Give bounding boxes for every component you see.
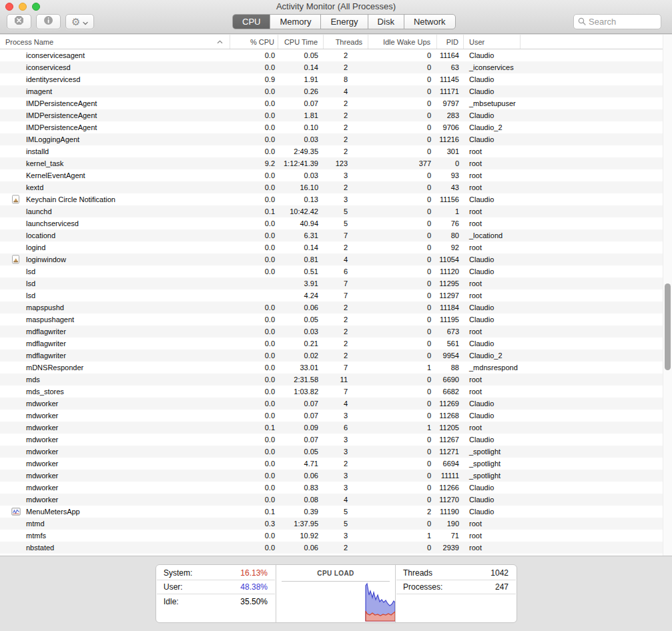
process-icon: [11, 351, 21, 360]
idle-wake-ups-cell: 0: [368, 446, 437, 458]
process-name: mDNSResponder: [26, 364, 83, 372]
cpu-time-cell: 33.01: [278, 362, 324, 374]
threads-cell: 4: [324, 398, 368, 410]
close-window-button[interactable]: [5, 3, 13, 11]
table-row[interactable]: mds 0.0 2:31.58 11 0 6690 root: [0, 374, 672, 386]
cpu-percent-cell: 0.3: [230, 518, 278, 530]
column-header-cpu-time[interactable]: CPU Time: [278, 35, 324, 49]
user-cell: _spotlight: [464, 446, 521, 458]
vertical-scrollbar[interactable]: [663, 35, 672, 556]
table-row[interactable]: mdworker 0.0 0.07 4 0 11269 Claudio: [0, 398, 672, 410]
tab-cpu[interactable]: CPU: [233, 15, 270, 29]
table-row[interactable]: kernel_task 9.2 1:12:41.39 123 377 0 roo…: [0, 157, 672, 169]
table-row[interactable]: mdworker 0.0 0.07 3 0 11267 Claudio: [0, 434, 672, 446]
table-row[interactable]: mdflagwriter 0.0 0.03 2 0 673 root: [0, 326, 672, 338]
table-row[interactable]: launchd 0.1 10:42.42 5 0 1 root: [0, 205, 672, 217]
process-name-cell: imagent: [0, 85, 230, 97]
tab-network[interactable]: Network: [404, 15, 455, 29]
zoom-window-button[interactable]: [32, 3, 40, 11]
process-name-cell: KernelEventAgent: [0, 169, 230, 181]
table-row[interactable]: logind 0.0 0.14 2 0 92 root: [0, 241, 672, 253]
table-row[interactable]: locationd 0.0 6.31 7 0 80 _locationd: [0, 229, 672, 241]
pid-cell: 80: [437, 229, 464, 241]
cpu-percent-cell: 0.0: [230, 434, 278, 446]
pid-cell: 9797: [437, 97, 464, 109]
table-row[interactable]: mtmfs 0.0 10.92 3 1 71 root: [0, 530, 672, 542]
table-row[interactable]: KernelEventAgent 0.0 0.03 3 0 93 root: [0, 169, 672, 181]
cpu-percent-cell: 0.0: [230, 362, 278, 374]
threads-cell: 2: [324, 97, 368, 109]
minimize-window-button[interactable]: [19, 3, 27, 11]
search-input[interactable]: [589, 17, 657, 27]
table-row[interactable]: mDNSResponder 0.0 33.01 7 1 88 _mdnsresp…: [0, 362, 672, 374]
table-row[interactable]: mdworker 0.0 0.06 3 0 11111 _spotlight: [0, 470, 672, 482]
user-cell: Claudio: [464, 193, 521, 205]
threads-cell: 3: [324, 434, 368, 446]
table-row[interactable]: imagent 0.0 0.26 4 0 11171 Claudio: [0, 85, 672, 97]
process-icon: [11, 411, 21, 420]
inspect-button[interactable]: [36, 14, 61, 29]
process-name: mdworker: [26, 412, 58, 420]
table-row[interactable]: maspushagent 0.0 0.05 2 0 11195 Claudio: [0, 313, 672, 326]
table-row[interactable]: iconservicesagent 0.0 0.05 2 0 11164 Cla…: [0, 49, 672, 61]
process-name-cell: locationd: [0, 229, 230, 241]
table-row[interactable]: mdworker 0.0 0.83 3 0 11266 Claudio: [0, 482, 672, 494]
table-row[interactable]: IMLoggingAgent 0.0 0.03 2 0 11216 Claudi…: [0, 133, 672, 145]
quit-process-button[interactable]: [7, 14, 31, 29]
table-row[interactable]: IMDPersistenceAgent 0.0 0.07 2 0 9797 _m…: [0, 97, 672, 109]
process-icon: [11, 315, 21, 324]
column-header-idle-wake-ups[interactable]: Idle Wake Ups: [368, 35, 437, 49]
table-row[interactable]: iconservicesd 0.0 0.14 2 0 63 _iconservi…: [0, 61, 672, 73]
table-row[interactable]: mapspushd 0.0 0.06 2 0 11184 Claudio: [0, 301, 672, 313]
table-row[interactable]: mdworker 0.0 0.08 4 0 11270 Claudio: [0, 494, 672, 506]
table-row[interactable]: kextd 0.0 16.10 2 0 43 root: [0, 181, 672, 193]
column-header-cpu[interactable]: % CPU: [230, 35, 278, 49]
cpu-time-cell: 1:37.95: [278, 518, 324, 530]
table-row[interactable]: identityservicesd 0.9 1.91 8 0 11145 Cla…: [0, 73, 672, 85]
column-header-process-name[interactable]: Process Name: [0, 35, 230, 49]
scrollbar-thumb[interactable]: [665, 283, 671, 370]
process-name: maspushagent: [26, 316, 74, 324]
table-row[interactable]: nbstated 0.0 0.06 2 0 2939 root: [0, 542, 672, 554]
user-cell: Claudio: [464, 313, 521, 326]
search-field[interactable]: [573, 14, 661, 29]
table-row[interactable]: mds_stores 0.0 1:03.82 7 0 6682 root: [0, 386, 672, 398]
tab-memory[interactable]: Memory: [270, 15, 321, 29]
table-row[interactable]: mdworker 0.0 0.07 3 0 11268 Claudio: [0, 410, 672, 422]
table-row[interactable]: launchservicesd 0.0 40.94 5 0 76 root: [0, 217, 672, 229]
column-header-user[interactable]: User: [464, 35, 521, 49]
column-header-pid[interactable]: PID: [437, 35, 464, 49]
idle-wake-ups-cell: 0: [368, 229, 437, 241]
table-row[interactable]: IMDPersistenceAgent 0.0 1.81 2 0 283 Cla…: [0, 109, 672, 121]
user-cell: Claudio: [464, 410, 521, 422]
table-row[interactable]: loginwindow 0.0 0.81 4 0 11054 Claudio: [0, 253, 672, 265]
process-name: lsd: [26, 267, 35, 275]
tab-disk[interactable]: Disk: [368, 15, 404, 29]
threads-cell: 4: [324, 85, 368, 97]
table-row[interactable]: lsd 3.91 7 0 11295 root: [0, 277, 672, 289]
table-row[interactable]: Keychain Circle Notification 0.0 0.13 3 …: [0, 193, 672, 205]
table-row[interactable]: installd 0.0 2:49.35 2 0 301 root: [0, 145, 672, 157]
table-row[interactable]: mtmd 0.3 1:37.95 5 0 190 root: [0, 518, 672, 530]
table-row[interactable]: IMDPersistenceAgent 0.0 0.10 2 0 9706 Cl…: [0, 121, 672, 133]
tab-energy[interactable]: Energy: [321, 15, 368, 29]
table-row[interactable]: lsd 0.0 0.51 6 0 11120 Claudio: [0, 265, 672, 277]
cpu-percent-cell: 0.0: [230, 494, 278, 506]
process-icon: [11, 159, 21, 168]
table-row[interactable]: mdworker 0.0 4.71 2 0 6694 _spotlight: [0, 458, 672, 470]
column-header-threads[interactable]: Threads: [324, 35, 368, 49]
toolbar-buttons: ⚙: [7, 14, 94, 29]
table-row[interactable]: lsd 4.24 7 0 11297 root: [0, 289, 672, 301]
process-name: nbstated: [26, 544, 54, 552]
process-icon: [11, 399, 21, 408]
table-row[interactable]: mdworker 0.0 0.05 3 0 11271 _spotlight: [0, 446, 672, 458]
table-row[interactable]: MenuMetersApp 0.1 0.39 5 2 11190 Claudio: [0, 506, 672, 518]
titlebar[interactable]: Activity Monitor (All Processes): [0, 0, 672, 13]
settings-button[interactable]: ⚙: [65, 14, 94, 29]
table-row[interactable]: mdflagwriter 0.0 0.21 2 0 561 Claudio: [0, 338, 672, 350]
cpu-time-cell: 0.21: [278, 338, 324, 350]
table-row[interactable]: mdworker 0.1 0.09 6 1 11205 root: [0, 422, 672, 434]
table-row[interactable]: mdflagwriter 0.0 0.02 2 0 9954 Claudio_2: [0, 350, 672, 362]
process-name-cell: IMDPersistenceAgent: [0, 121, 230, 133]
user-cell: root: [464, 205, 521, 217]
